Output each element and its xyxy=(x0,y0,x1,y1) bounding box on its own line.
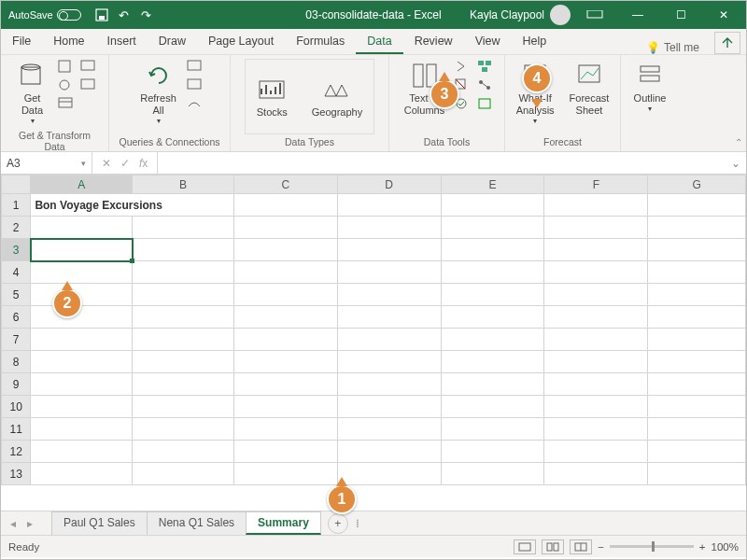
text-to-columns-button[interactable]: Text to Columns xyxy=(399,59,450,119)
cell-G2[interactable] xyxy=(648,217,746,239)
cell-B3[interactable] xyxy=(133,239,234,261)
cell-F10[interactable] xyxy=(544,396,648,418)
tab-formulas[interactable]: Formulas xyxy=(285,29,356,54)
cell-A6[interactable] xyxy=(31,306,133,329)
cell-B11[interactable] xyxy=(133,418,234,441)
cell-G12[interactable] xyxy=(648,441,746,463)
cell-C1[interactable] xyxy=(233,194,337,217)
cell-D7[interactable] xyxy=(337,329,441,351)
cell-B6[interactable] xyxy=(133,306,234,329)
sheet-tab-nena-q1-sales[interactable]: Nena Q1 Sales xyxy=(147,511,247,535)
col-header-E[interactable]: E xyxy=(441,175,544,194)
redo-icon[interactable]: ↷ xyxy=(139,7,154,22)
cell-E10[interactable] xyxy=(441,396,544,418)
cell-C5[interactable] xyxy=(233,284,337,306)
sheet-options-icon[interactable]: ⁞ xyxy=(356,517,361,530)
undo-icon[interactable]: ↶ xyxy=(117,7,132,22)
cell-G13[interactable] xyxy=(648,463,746,485)
tab-help[interactable]: Help xyxy=(512,29,558,54)
cell-F5[interactable] xyxy=(544,284,648,306)
cell-C10[interactable] xyxy=(233,396,337,418)
cell-D10[interactable] xyxy=(337,396,441,418)
cell-E5[interactable] xyxy=(441,284,544,306)
row-header-13[interactable]: 13 xyxy=(2,463,31,485)
tab-file[interactable]: File xyxy=(1,29,42,54)
cell-D2[interactable] xyxy=(337,217,441,239)
cell-B4[interactable] xyxy=(133,261,234,284)
cell-B5[interactable] xyxy=(133,284,234,306)
row-header-10[interactable]: 10 xyxy=(2,396,31,418)
cell-B12[interactable] xyxy=(133,441,234,463)
existing-conn-icon[interactable] xyxy=(79,77,98,92)
row-header-3[interactable]: 3 xyxy=(2,239,31,261)
cell-A13[interactable] xyxy=(31,463,133,485)
cell-D9[interactable] xyxy=(337,373,441,396)
col-header-C[interactable]: C xyxy=(233,175,337,194)
col-header-G[interactable]: G xyxy=(648,175,746,194)
cell-F8[interactable] xyxy=(544,351,648,373)
row-header-11[interactable]: 11 xyxy=(2,418,31,441)
cell-F11[interactable] xyxy=(544,418,648,441)
stocks-button[interactable]: Stocks xyxy=(251,73,293,120)
cell-F7[interactable] xyxy=(544,329,648,351)
cell-D8[interactable] xyxy=(337,351,441,373)
col-header-F[interactable]: F xyxy=(544,175,648,194)
properties-icon[interactable] xyxy=(186,77,204,92)
recent-sources-icon[interactable] xyxy=(79,59,98,74)
cell-G3[interactable] xyxy=(648,239,746,261)
minimize-icon[interactable]: — xyxy=(619,1,656,29)
share-button[interactable] xyxy=(714,32,740,54)
cell-A11[interactable] xyxy=(31,418,133,441)
cell-E1[interactable] xyxy=(441,194,544,217)
page-break-view-icon[interactable] xyxy=(570,539,592,554)
cancel-icon[interactable]: ✕ xyxy=(102,157,111,170)
cell-D3[interactable] xyxy=(337,239,441,261)
from-table-icon[interactable] xyxy=(57,96,76,111)
cell-F1[interactable] xyxy=(544,194,648,217)
cell-D5[interactable] xyxy=(337,284,441,306)
sheet-tab-summary[interactable]: Summary xyxy=(246,511,321,535)
cell-E7[interactable] xyxy=(441,329,544,351)
user-name[interactable]: Kayla Claypool xyxy=(470,8,544,21)
from-text-icon[interactable] xyxy=(57,59,76,74)
edit-links-icon[interactable] xyxy=(186,96,204,111)
cell-E11[interactable] xyxy=(441,418,544,441)
cell-E2[interactable] xyxy=(441,217,544,239)
cell-B9[interactable] xyxy=(133,373,234,396)
refresh-all-button[interactable]: Refresh All ▾ xyxy=(134,59,182,128)
from-web-icon[interactable] xyxy=(57,77,76,92)
cell-E8[interactable] xyxy=(441,351,544,373)
sheet-nav-prev-icon[interactable]: ◂ xyxy=(5,517,21,530)
name-box[interactable]: A3 ▾ xyxy=(1,152,92,174)
cell-C6[interactable] xyxy=(233,306,337,329)
cell-E12[interactable] xyxy=(441,441,544,463)
row-header-2[interactable]: 2 xyxy=(2,217,31,239)
cell-F6[interactable] xyxy=(544,306,648,329)
cell-F4[interactable] xyxy=(544,261,648,284)
cell-A2[interactable] xyxy=(31,217,133,239)
cell-G4[interactable] xyxy=(648,261,746,284)
save-icon[interactable] xyxy=(94,7,109,22)
tab-page-layout[interactable]: Page Layout xyxy=(197,29,285,54)
cell-G9[interactable] xyxy=(648,373,746,396)
consolidate-icon[interactable] xyxy=(476,59,495,74)
cell-G1[interactable] xyxy=(648,194,746,217)
row-header-6[interactable]: 6 xyxy=(2,306,31,329)
cell-A1[interactable]: Bon Voyage Excursions xyxy=(31,194,234,217)
data-model-icon[interactable] xyxy=(476,96,495,111)
cell-C2[interactable] xyxy=(233,217,337,239)
cell-A4[interactable] xyxy=(31,261,133,284)
cell-F3[interactable] xyxy=(544,239,648,261)
get-data-button[interactable]: Get Data ▾ xyxy=(12,59,53,128)
row-header-5[interactable]: 5 xyxy=(2,284,31,306)
avatar[interactable] xyxy=(550,5,571,25)
tell-me-search[interactable]: 💡 Tell me xyxy=(637,41,709,54)
cell-C13[interactable] xyxy=(233,463,337,485)
cell-B10[interactable] xyxy=(133,396,234,418)
cell-G6[interactable] xyxy=(648,306,746,329)
tab-review[interactable]: Review xyxy=(403,29,464,54)
cell-A3[interactable] xyxy=(31,239,133,261)
cell-G7[interactable] xyxy=(648,329,746,351)
zoom-out-icon[interactable]: − xyxy=(598,541,604,553)
cell-D13[interactable] xyxy=(337,463,441,485)
